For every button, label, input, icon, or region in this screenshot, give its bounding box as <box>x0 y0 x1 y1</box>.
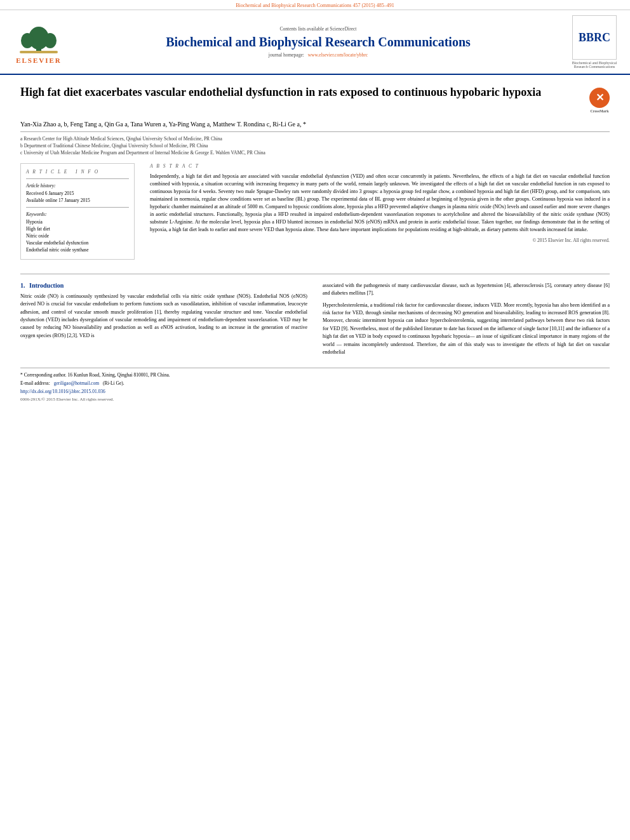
article-info-col: A R T I C L E I N F O Article history: R… <box>20 163 135 266</box>
body-col-left: 1. Introduction Nitric oxide (NO) is con… <box>20 282 307 361</box>
keyword-4: Vascular endothelial dysfunction <box>26 240 129 246</box>
email-label: E-mail address: <box>20 380 50 386</box>
sciencedirect-line: Contents lists available at ScienceDirec… <box>74 26 563 32</box>
affiliation-1: a Research Center for High Altitude Medi… <box>20 136 610 142</box>
article-area: High fat diet exacerbates vascular endot… <box>0 75 630 412</box>
journal-citation: Biochemical and Biophysical Research Com… <box>236 3 394 8</box>
doi-link[interactable]: http://dx.doi.org/10.1016/j.bbrc.2015.01… <box>20 389 105 394</box>
keyword-2: High fat diet <box>26 226 129 232</box>
bbrc-full-name: Biochemical and Biophysical Research Com… <box>569 61 620 69</box>
svg-point-2 <box>21 33 34 48</box>
abstract-text: Independently, a high fat diet and hypox… <box>150 173 610 234</box>
homepage-url[interactable]: www.elsevier.com/locate/ybbrc <box>308 52 368 58</box>
info-abstract-cols: A R T I C L E I N F O Article history: R… <box>20 163 610 266</box>
svg-point-3 <box>44 33 57 48</box>
crossmark-icon: ✕ <box>589 88 610 108</box>
article-footer: * Corresponding author. 16 Kunlun Road, … <box>20 368 610 402</box>
email-address[interactable]: geriligao@hotmail.com <box>54 380 99 386</box>
history-label: Article history: <box>26 183 129 189</box>
bbrc-logo: BBRC <box>572 15 617 60</box>
intro-para-3: Hypercholesterolemia, a traditional risk… <box>323 302 610 357</box>
keyword-5: Endothelial nitric oxide synthase <box>26 247 129 253</box>
sciencedirect-label: Contents lists available at ScienceDirec… <box>280 26 357 32</box>
abstract-col: A B S T R A C T Independently, a high fa… <box>150 163 610 266</box>
intro-number: 1. <box>20 282 25 289</box>
doi-line[interactable]: http://dx.doi.org/10.1016/j.bbrc.2015.01… <box>20 389 610 394</box>
affiliation-2: b Department of Traditional Chinese Medi… <box>20 143 610 149</box>
bbrc-logo-area: BBRC Biochemical and Biophysical Researc… <box>569 15 620 69</box>
authors-line: Yan-Xia Zhao a, b, Feng Tang a, Qin Ga a… <box>20 121 610 128</box>
journal-full-title: Biochemical and Biophysical Research Com… <box>74 34 563 50</box>
intro-para-2: associated with the pathogenesis of many… <box>323 282 610 298</box>
affiliations-block: a Research Center for High Altitude Medi… <box>20 131 610 156</box>
journal-citation-bar: Biochemical and Biophysical Research Com… <box>0 0 630 10</box>
svg-rect-4 <box>20 51 58 53</box>
elsevier-logo-area: ELSEVIER <box>10 20 67 64</box>
elsevier-tree-icon <box>13 20 64 55</box>
authors-text: Yan-Xia Zhao a, b, Feng Tang a, Qin Ga a… <box>20 121 306 128</box>
email-line: E-mail address: geriligao@hotmail.com (R… <box>20 380 610 386</box>
bbrc-abbr: BBRC <box>579 31 610 44</box>
received-date: Received 6 January 2015 <box>26 190 129 196</box>
crossmark-area: ✕ CrossMark <box>589 88 610 114</box>
body-divider <box>20 274 610 274</box>
keywords-label: Keywords: <box>26 211 129 217</box>
issn-line: 0006-291X/© 2015 Elsevier Inc. All right… <box>20 397 610 402</box>
email-suffix: (Ri-Li Ge). <box>103 380 124 386</box>
intro-para-1: Nitric oxide (NO) is continuously synthe… <box>20 293 307 340</box>
body-columns: 1. Introduction Nitric oxide (NO) is con… <box>20 282 610 361</box>
keyword-3: Nitric oxide <box>26 233 129 239</box>
article-info-box: A R T I C L E I N F O Article history: R… <box>20 163 135 260</box>
crossmark-label: CrossMark <box>589 109 610 114</box>
article-info-label: A R T I C L E I N F O <box>26 169 129 175</box>
elsevier-brand-text: ELSEVIER <box>16 57 62 64</box>
journal-title-area: Contents lists available at ScienceDirec… <box>74 26 563 58</box>
intro-title: Introduction <box>29 282 64 289</box>
available-date: Available online 17 January 2015 <box>26 197 129 203</box>
masthead: ELSEVIER Contents lists available at Sci… <box>0 10 630 75</box>
intro-heading: 1. Introduction <box>20 282 307 289</box>
corresponding-author: * Corresponding author. 16 Kunlun Road, … <box>20 372 610 378</box>
keyword-1: Hypoxia <box>26 219 129 225</box>
copyright-line: © 2015 Elsevier Inc. All rights reserved… <box>150 237 610 243</box>
affiliation-3: c University of Utah Molecular Medicine … <box>20 150 610 156</box>
keywords-list: Hypoxia High fat diet Nitric oxide Vascu… <box>26 219 129 253</box>
body-col-right: associated with the pathogenesis of many… <box>323 282 610 361</box>
abstract-label: A B S T R A C T <box>150 163 610 169</box>
elsevier-logo: ELSEVIER <box>10 20 67 64</box>
homepage-label: journal homepage: <box>269 52 304 58</box>
article-title-text: High fat diet exacerbates vascular endot… <box>20 85 583 100</box>
corresponding-label: * Corresponding author. 16 Kunlun Road, … <box>20 372 170 378</box>
article-title-row: High fat diet exacerbates vascular endot… <box>20 85 610 114</box>
journal-homepage-line: journal homepage: www.elsevier.com/locat… <box>74 52 563 58</box>
